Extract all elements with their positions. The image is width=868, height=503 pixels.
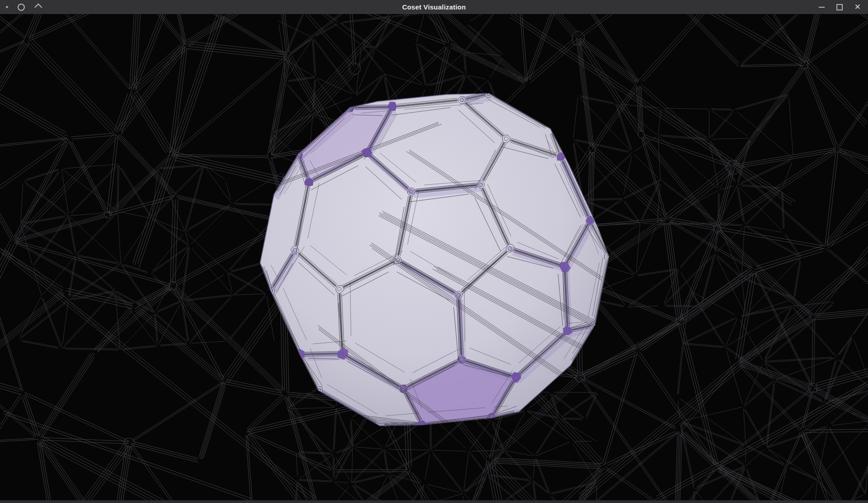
chevron-up-icon[interactable]: [34, 3, 42, 11]
viewport[interactable]: [0, 14, 868, 500]
app-window: Coset Visualization ✕: [0, 0, 868, 503]
titlebar-right-controls: ✕: [762, 3, 868, 11]
circle-icon[interactable]: [18, 4, 25, 11]
close-icon[interactable]: ✕: [854, 3, 861, 11]
bottom-border: [0, 500, 868, 503]
minimize-icon[interactable]: [819, 7, 825, 8]
app-dot-icon: [6, 6, 8, 8]
titlebar: Coset Visualization ✕: [0, 0, 868, 14]
maximize-icon[interactable]: [836, 4, 843, 10]
viewport-canvas[interactable]: [0, 14, 868, 500]
window-title: Coset Visualization: [0, 3, 868, 11]
titlebar-left-controls: [0, 4, 105, 11]
